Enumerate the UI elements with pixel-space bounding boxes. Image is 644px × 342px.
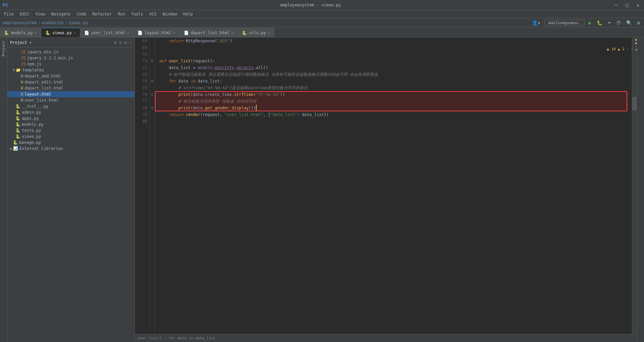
close-tab-urls-py[interactable]: ✕ [268,31,270,35]
code-line-75[interactable]: # strftime("%Y-%m-%d")是后端将datetime类型转换为字… [158,84,629,91]
search-button[interactable]: 🔍 [625,19,633,26]
code-area[interactable]: return HttpResponse("成功") def user_list(… [155,38,632,334]
tab-models-py[interactable]: 🐍 models.py ✕ [0,28,41,37]
left-vertical-tabs: Project [0,38,7,342]
code-line-78[interactable]: print(data.get_gender_display())| [158,105,629,111]
menu-file[interactable]: File [1,11,16,17]
file-user-list-html[interactable]: H user_list.html [7,97,135,103]
code-line-76[interactable]: print(data.create_time.strftime("%Y-%m-%… [158,91,629,98]
editor-scrollbar[interactable] [632,38,637,334]
cursor: | [256,105,257,111]
settings-button[interactable]: ⚙ [636,19,641,26]
menu-run[interactable]: Run [115,11,128,17]
file-views-py[interactable]: 🐍 views.py [7,133,135,139]
js-file-icon: JS [21,56,25,60]
code-line-73[interactable]: # 由于数据比较复杂 所以需要在后端进行调试数据格式 当然有可能前后端数据格式调… [158,71,629,78]
file-apps-py[interactable]: 🐍 apps.py [7,115,135,121]
run-button[interactable]: ▶ [587,19,593,26]
scroll-to-top[interactable]: ▲ [635,47,637,51]
menu-refactor[interactable]: Refactor [90,11,114,17]
profile-button[interactable]: ⏱ [615,19,622,26]
menu-edit[interactable]: Edit [17,11,32,17]
close-tab-layout-html[interactable]: ✕ [173,31,175,35]
py-file-icon: 🐍 [15,128,20,133]
settings-icon[interactable]: ⚙ [124,40,127,45]
tab-user-list-html[interactable]: 📄 user_list.html ✕ [80,28,133,37]
code-line-77[interactable]: # 将元组套元组的类型 转换成 对应的字段 [158,98,629,105]
file-npm-js[interactable]: JS npm.js [7,61,135,67]
folder-external-libraries[interactable]: ▶ 📊 External Libraries [7,146,135,152]
js-file-icon: JS [21,62,25,66]
py-icon: 🐍 [45,31,50,35]
minimize-button[interactable]: ─ [613,2,620,8]
tab-depart-list-html[interactable]: 📄 depart_list.html ✕ [180,28,238,37]
close-button[interactable]: ✕ [635,2,641,8]
close-tab-models-py[interactable]: ✕ [35,31,37,35]
close-tab-depart-list-html[interactable]: ✕ [231,31,233,35]
file-jquery-min-js[interactable]: JS jquery.min.js [7,49,135,55]
project-tab[interactable]: Project [0,39,7,58]
file-init-py[interactable]: 🐍 __init__.py [7,103,135,109]
folder-templates[interactable]: ▼ 📁 templates [7,67,135,73]
line-num-70: 70 [135,51,147,58]
breadcrumb-project[interactable]: employeesystem [3,20,37,25]
window-title: employeesystem - views.py [280,3,341,7]
coverage-button[interactable]: ☂ [606,19,612,26]
tab-layout-html[interactable]: 📄 layout.html ✕ [133,28,180,37]
file-layout-html[interactable]: H layout.html [7,91,135,97]
menu-navigate[interactable]: Navigate [49,11,73,17]
menu-window[interactable]: Window [160,11,180,17]
ok-count: ✓ 1 [627,47,633,51]
line-numbers: 68 69 70 71 72 73 74 75 76 77 78 79 80 [135,38,150,334]
file-manage-py[interactable]: 🐍 manage.py [7,139,135,146]
file-admin-py[interactable]: 🐍 admin.py [7,109,135,115]
tab-urls-py[interactable]: 🐍 urls.py ✕ [238,28,274,37]
menu-vcs[interactable]: VCS [147,11,159,17]
breadcrumb-text: user_list() › for data in data_list [138,336,215,340]
editor-content[interactable]: 68 69 70 71 72 73 74 75 76 77 78 79 80 [135,38,637,334]
file-models-py[interactable]: 🐍 models.py [7,121,135,127]
breadcrumb-views-py[interactable]: views.py [69,20,88,25]
code-line-68[interactable]: return HttpResponse("成功") [158,38,629,44]
file-depart-list-html[interactable]: H depart_list.html [7,85,135,91]
menu-help[interactable]: Help [180,11,196,17]
close-tab-views-py[interactable]: ✕ [74,31,76,35]
warning-count: ▲ 14 [607,47,616,51]
code-line-72[interactable]: data_list = models.UserInfo.objects.all(… [158,64,629,71]
html-file-icon: H [21,86,23,91]
scroll-thumb[interactable] [632,97,637,110]
collapse-icon[interactable]: ≡ [119,40,121,45]
warning-indicator [635,43,637,44]
code-line-71[interactable]: def user_list(request): [158,58,629,64]
file-jquery-221-min-js[interactable]: JS jquery-2.2.1.min.js [7,55,135,61]
py-file-icon: 🐍 [15,116,20,121]
line-num-80: 80 [135,118,147,125]
code-line-80[interactable] [158,118,629,125]
error-count: ▲ 2 [618,47,625,51]
menu-code[interactable]: Code [74,11,89,17]
menu-tools[interactable]: Tools [128,11,146,17]
project-sidebar: Project ▾ ⊕ ≡ ⚙ ─ JS jquery.min.js JS jq… [7,38,135,342]
locate-icon[interactable]: ⊕ [114,40,116,45]
file-depart-edit-html[interactable]: H depart_edit.html [7,79,135,85]
user-icon[interactable]: 👤▾ [531,19,542,26]
add-configuration-button[interactable]: Add Configuration... [544,20,584,26]
code-line-79[interactable]: return render(request, "user_list.html",… [158,111,629,118]
html-file-icon: H [21,98,23,103]
tab-views-py[interactable]: 🐍 views.py ✕ [41,28,80,37]
code-line-74[interactable]: for data in data_list: [158,78,629,84]
file-tests-py[interactable]: 🐍 tests.py [7,127,135,133]
editor-warning-bar: ▲ 14 ▲ 2 ✓ 1 ▲ [607,47,637,51]
right-sidebar [637,38,644,342]
code-line-69[interactable] [158,44,629,51]
close-tab-user-list-html[interactable]: ✕ [127,31,129,35]
hide-icon[interactable]: ─ [129,40,132,45]
debug-button[interactable]: 🐛 [595,19,604,26]
file-depart-add-html[interactable]: H depart_add.html [7,73,135,79]
maximize-button[interactable]: □ [624,2,630,8]
code-line-70[interactable] [158,51,629,58]
menu-view[interactable]: View [33,11,48,17]
html-icon: 📄 [184,31,189,35]
breadcrumb-eswebsite[interactable]: eswebsite [42,20,63,25]
main-area: Project Project ▾ ⊕ ≡ ⚙ ─ JS jquery.min.… [0,38,644,342]
